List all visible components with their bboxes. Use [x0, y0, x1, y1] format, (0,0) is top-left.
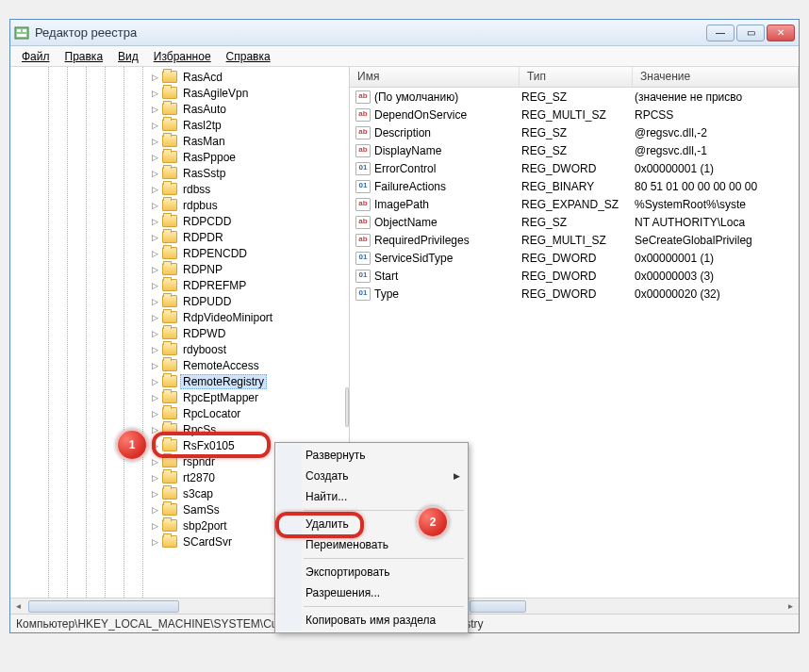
value-row[interactable]: abDependOnServiceREG_MULTI_SZRPCSS: [350, 106, 799, 123]
tree-item[interactable]: ▷RasAuto: [10, 101, 349, 117]
cm-copy-key[interactable]: Копировать имя раздела: [277, 610, 466, 631]
minimize-button[interactable]: —: [706, 25, 735, 41]
tree-item[interactable]: ▷RasPppoe: [10, 149, 349, 165]
value-row[interactable]: abImagePathREG_EXPAND_SZ%SystemRoot%\sys…: [350, 195, 799, 213]
value-row[interactable]: 01StartREG_DWORD0x00000003 (3): [350, 267, 799, 285]
tree-item[interactable]: ▷RpcSs: [10, 421, 349, 437]
close-button[interactable]: ✕: [767, 25, 795, 41]
tree-item[interactable]: ▷rdbss: [10, 181, 349, 197]
value-row[interactable]: abObjectNameREG_SZNT AUTHORITY\Loca: [350, 213, 799, 231]
tree-item[interactable]: ▷RDPDR: [10, 229, 349, 245]
string-value-icon: ab: [355, 126, 371, 139]
value-row[interactable]: ab(По умолчанию)REG_SZ(значение не присв…: [350, 88, 799, 106]
scroll-right-icon[interactable]: ►: [783, 599, 799, 614]
expand-icon[interactable]: ▷: [150, 488, 160, 499]
expand-icon[interactable]: ▷: [150, 280, 160, 290]
value-row[interactable]: 01ErrorControlREG_DWORD0x00000001 (1): [350, 159, 799, 177]
tree-item[interactable]: ▷RDPNP: [10, 261, 349, 277]
folder-icon: [162, 311, 177, 323]
value-name: ObjectName: [374, 216, 521, 229]
expand-icon[interactable]: ▷: [150, 264, 160, 274]
expand-icon[interactable]: ▷: [150, 88, 160, 98]
cm-find[interactable]: Найти...: [277, 486, 466, 507]
expand-icon[interactable]: ▷: [150, 344, 160, 354]
tree-item[interactable]: ▷RDPWD: [10, 325, 349, 341]
col-type[interactable]: Тип: [520, 67, 633, 87]
tree-item[interactable]: ▷RasAgileVpn: [10, 85, 349, 101]
expand-icon[interactable]: ▷: [150, 200, 160, 210]
maximize-button[interactable]: ▭: [736, 25, 765, 41]
tree-item[interactable]: ▷RDPREFMP: [10, 277, 349, 293]
cm-new[interactable]: Создать▶: [277, 466, 466, 486]
expand-icon[interactable]: ▷: [150, 136, 160, 146]
folder-icon: [162, 263, 177, 275]
tree-item[interactable]: ▷RDPCDD: [10, 213, 349, 229]
title-bar[interactable]: Редактор реестра — ▭ ✕: [10, 20, 799, 46]
cm-rename[interactable]: Переименовать: [277, 534, 466, 555]
expand-icon[interactable]: ▷: [150, 72, 160, 82]
tree-item[interactable]: ▷RDPENCDD: [10, 245, 349, 261]
menu-favourites[interactable]: Избранное: [148, 48, 217, 65]
scroll-left-icon[interactable]: ◄: [10, 599, 26, 614]
tree-item[interactable]: ▷Rasl2tp: [10, 117, 349, 133]
value-data: 80 51 01 00 00 00 00 00: [635, 180, 799, 193]
expand-icon[interactable]: ▷: [150, 248, 160, 258]
col-value[interactable]: Значение: [633, 67, 799, 87]
value-name: Description: [374, 126, 521, 139]
expand-icon[interactable]: ▷: [150, 520, 160, 531]
expand-icon[interactable]: ▷: [150, 376, 160, 386]
value-row[interactable]: 01TypeREG_DWORD0x00000020 (32): [350, 285, 799, 303]
menu-view[interactable]: Вид: [112, 48, 144, 65]
values-list[interactable]: ab(По умолчанию)REG_SZ(значение не присв…: [350, 88, 799, 303]
expand-icon[interactable]: ▷: [150, 104, 160, 114]
expand-icon[interactable]: ▷: [150, 312, 160, 322]
expand-icon[interactable]: ▷: [150, 168, 160, 178]
value-row[interactable]: abDisplayNameREG_SZ@regsvc.dll,-1: [350, 141, 799, 159]
splitter-handle[interactable]: [345, 387, 349, 427]
cm-expand[interactable]: Развернуть: [277, 445, 466, 466]
expand-icon[interactable]: ▷: [150, 440, 160, 451]
tree-item[interactable]: ▷RasMan: [10, 133, 349, 149]
cm-export[interactable]: Экспортировать: [277, 562, 466, 582]
expand-icon[interactable]: ▷: [150, 232, 160, 242]
expand-icon[interactable]: ▷: [150, 120, 160, 130]
menu-edit[interactable]: Правка: [59, 48, 109, 65]
tree-item[interactable]: ▷RasSstp: [10, 165, 349, 181]
tree-item[interactable]: ▷RpcLocator: [10, 405, 349, 421]
expand-icon[interactable]: ▷: [150, 424, 160, 434]
binary-value-icon: 01: [355, 270, 371, 283]
tree-item[interactable]: ▷RdpVideoMiniport: [10, 309, 349, 325]
expand-icon[interactable]: ▷: [150, 152, 160, 162]
expand-icon[interactable]: ▷: [150, 408, 160, 418]
tree-item[interactable]: ▷RasAcd: [10, 69, 349, 85]
value-row[interactable]: 01ServiceSidTypeREG_DWORD0x00000001 (1): [350, 249, 799, 267]
value-name: RequiredPrivileges: [374, 234, 521, 247]
value-row[interactable]: 01FailureActionsREG_BINARY80 51 01 00 00…: [350, 177, 799, 195]
tree-item[interactable]: ▷RemoteAccess: [10, 357, 349, 373]
value-data: 0x00000001 (1): [635, 252, 799, 265]
value-row[interactable]: abDescriptionREG_SZ@regsvc.dll,-2: [350, 123, 799, 141]
expand-icon[interactable]: ▷: [150, 504, 160, 515]
tree-item[interactable]: ▷RDPUDD: [10, 293, 349, 309]
menu-help[interactable]: Справка: [221, 48, 276, 65]
expand-icon[interactable]: ▷: [150, 536, 160, 547]
expand-icon[interactable]: ▷: [150, 296, 160, 306]
menu-file[interactable]: Файл: [16, 48, 56, 65]
value-type: REG_DWORD: [521, 252, 635, 265]
tree-item[interactable]: ▷RemoteRegistry: [10, 373, 349, 389]
expand-icon[interactable]: ▷: [150, 216, 160, 226]
expand-icon[interactable]: ▷: [150, 328, 160, 338]
tree-item[interactable]: ▷rdpbus: [10, 197, 349, 213]
value-row[interactable]: abRequiredPrivilegesREG_MULTI_SZSeCreate…: [350, 231, 799, 249]
expand-icon[interactable]: ▷: [150, 184, 160, 194]
expand-icon[interactable]: ▷: [150, 392, 160, 402]
expand-icon[interactable]: ▷: [150, 456, 160, 467]
expand-icon[interactable]: ▷: [150, 472, 160, 483]
tree-item[interactable]: ▷RpcEptMapper: [10, 389, 349, 405]
values-header[interactable]: Имя Тип Значение: [350, 67, 799, 88]
tree-item[interactable]: ▷rdyboost: [10, 341, 349, 357]
expand-icon[interactable]: ▷: [150, 360, 160, 370]
tree-item-label: RemoteAccess: [180, 359, 262, 372]
cm-permissions[interactable]: Разрешения...: [277, 582, 466, 603]
col-name[interactable]: Имя: [350, 67, 520, 87]
